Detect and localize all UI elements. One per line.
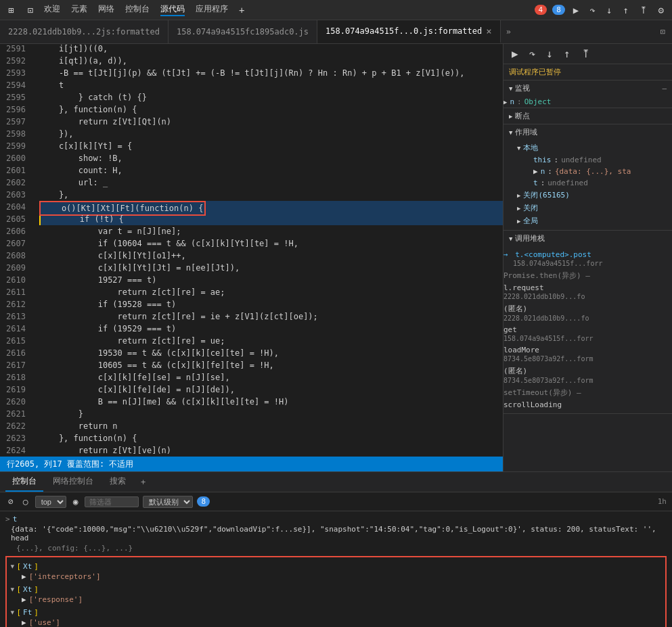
scope-val-t: undefined (547, 179, 588, 187)
global-triangle: ▶ (517, 218, 520, 225)
step-over-icon[interactable]: ↷ (587, 3, 598, 17)
code-scroll[interactable]: 2586258725882589259025912592259325942595… (0, 44, 503, 457)
line-number-2613: 2613 (0, 310, 26, 323)
call-stack-header[interactable]: ▼ 调用堆栈 (503, 231, 672, 246)
tree-xt-1-header[interactable]: ▶ [Xt] (11, 561, 661, 572)
menu-sources[interactable]: 源代码 (160, 3, 185, 16)
tab-console-label: 控制台 (12, 475, 37, 487)
tab-search[interactable]: 搜索 (103, 472, 133, 492)
breakpoints-header[interactable]: ▶ 断点 (503, 108, 672, 124)
window-icon-2[interactable]: ⊡ (24, 3, 35, 17)
right-panel: ▶ ↷ ↓ ↑ ⤒ 调试程序已暂停 ▼ 监视 — (503, 44, 672, 471)
menu-application[interactable]: 应用程序 (196, 3, 228, 16)
console-eye-icon[interactable]: ◉ (70, 495, 81, 508)
tree-item-xt-2[interactable]: ▶ [Xt] ▶ ['response'] (11, 583, 661, 606)
interceptors-item[interactable]: ▶ ['interceptors'] (22, 572, 661, 582)
closure-1-header[interactable]: ▶ 关闭(65165) (517, 189, 667, 202)
line-number-2598: 2598 (0, 128, 26, 140)
xt-1-triangle[interactable]: ▶ (9, 565, 16, 568)
console-filter-circle[interactable]: ○ (20, 495, 31, 508)
line-number-2620: 2620 (0, 396, 26, 408)
call-stack-item-8[interactable]: scrollLoading (503, 399, 672, 411)
console-filter-input[interactable] (85, 496, 139, 507)
scope-n[interactable]: ▶ n : {data: {...}, sta (528, 166, 667, 177)
tab-action-icon[interactable]: ⊡ (654, 27, 672, 37)
line-number-2619: 2619 (0, 384, 26, 396)
breakpoints-triangle: ▶ (509, 113, 512, 120)
ft-children: ▶ ['use'] (11, 618, 661, 627)
menu-welcome[interactable]: 欢迎 (44, 3, 60, 16)
line-number-2617: 2617 (0, 359, 26, 371)
scope-this: this : undefined (528, 154, 667, 166)
global-header[interactable]: ▶ 全局 (517, 214, 667, 227)
call-stack-async-2: setTimeout(异步) — (503, 386, 672, 399)
main-area: 2586258725882589259025912592259325942595… (0, 44, 672, 471)
response-triangle[interactable]: ▶ (22, 595, 26, 604)
use-item[interactable]: ▶ ['use'] (22, 618, 661, 627)
watch-add-icon[interactable]: — (662, 84, 667, 93)
tab-file-3[interactable]: 158.074a9a4515f...0.js:formatted × (317, 20, 501, 43)
use-triangle[interactable]: ▶ (22, 618, 26, 627)
interceptors-triangle[interactable]: ▶ (22, 572, 26, 581)
closure-2-header[interactable]: ▶ 关闭 (517, 202, 667, 214)
step-into-btn[interactable]: ↓ (543, 46, 556, 62)
resume-icon[interactable]: ▶ (570, 3, 581, 17)
step-icon[interactable]: ⤒ (637, 3, 650, 17)
menu-elements[interactable]: 元素 (71, 3, 87, 16)
call-stack-item-2[interactable]: l.request 2228.021ddb10b9...fo (503, 282, 672, 302)
tab-overflow-icon[interactable]: » (501, 27, 516, 37)
tab-close-icon[interactable]: × (486, 26, 491, 37)
tree-xt-2-header[interactable]: ▶ [Xt] (11, 584, 661, 595)
console-output[interactable]: > t {data: '{"code":10000,"msg":"\\u6210… (0, 511, 672, 627)
console-red-box: ▶ [Xt] ▶ ['interceptors'] ▶ [Xt] (5, 556, 667, 627)
tree-ft-header[interactable]: ▶ [Ft] (11, 607, 661, 618)
tree-item-xt-1[interactable]: ▶ [Xt] ▶ ['interceptors'] (11, 560, 661, 583)
call-stack-item-3[interactable]: (匿名) 2228.021ddb10b9....fo (503, 302, 672, 324)
step-over-btn[interactable]: ↷ (527, 46, 539, 62)
tab-console[interactable]: 控制台 (5, 472, 43, 492)
ft-triangle[interactable]: ▶ (9, 611, 16, 614)
resume-btn[interactable]: ▶ (509, 46, 521, 62)
menu-network[interactable]: 网络 (98, 3, 114, 16)
xt-2-triangle[interactable]: ▶ (9, 588, 16, 591)
call-stack-item-5[interactable]: loadMore 8734.5e8073a92f...form (503, 344, 672, 365)
settings-icon[interactable]: ⚙ (656, 3, 667, 17)
closure-1-title: 关闭(65165) (523, 190, 569, 200)
right-scroll[interactable]: 调试程序已暂停 ▼ 监视 — ▶ n : Object (503, 64, 672, 471)
step-out-btn[interactable]: ↑ (561, 46, 573, 62)
xt-1-children: ▶ ['interceptors'] (11, 572, 661, 582)
console-data-output: {data: '{"code":10000,"msg":"\\u6210\\u5… (11, 525, 667, 542)
line-number-2607: 2607 (0, 237, 26, 250)
watch-item-n[interactable]: ▶ n : Object (503, 96, 672, 108)
line-number-2618: 2618 (0, 371, 26, 384)
watch-triangle: ▼ (509, 85, 512, 92)
scope-local-header[interactable]: ▼ 本地 (517, 141, 667, 154)
code-line-2598: }), (39, 128, 503, 140)
step-into-icon[interactable]: ↓ (604, 3, 614, 17)
call-stack-item-6[interactable]: (匿名) 8734.5e8073a92f...form (503, 365, 672, 386)
console-context-select[interactable]: top (35, 496, 66, 508)
tab-file-1[interactable]: 2228.021ddb10b9...2js:formatted (0, 20, 169, 43)
tab-network-console[interactable]: 网络控制台 (46, 472, 100, 492)
line-number-2592: 2592 (0, 55, 26, 67)
scope-title: 作用域 (515, 127, 537, 137)
add-console-tab[interactable]: + (135, 478, 151, 487)
window-icon-1[interactable]: ⊞ (5, 3, 16, 17)
scope-header[interactable]: ▼ 作用域 (503, 124, 672, 140)
response-item[interactable]: ▶ ['response'] (22, 595, 661, 605)
console-level-select[interactable]: 默认级别 (143, 496, 193, 508)
tree-item-ft[interactable]: ▶ [Ft] ▶ ['use'] (11, 606, 661, 627)
step-out-icon[interactable]: ↑ (620, 3, 631, 17)
menu-console[interactable]: 控制台 (125, 3, 150, 16)
console-clear-icon[interactable]: ⊘ (5, 495, 16, 508)
ft-bracket-open: [ (16, 608, 21, 617)
code-line-2607: if (10604 === t && (c[x][k][Yt][te] = !H… (39, 237, 503, 250)
step-btn[interactable]: ⤒ (579, 46, 593, 62)
call-stack-item-4[interactable]: get 158.074a9a4515f...forr (503, 324, 672, 344)
call-label-3: (匿名) (503, 304, 527, 313)
tab-file-2[interactable]: 158.074a9a4515fc1895adc0.js (169, 20, 317, 43)
watch-header[interactable]: ▼ 监视 — (503, 80, 672, 96)
call-stack-item-0[interactable]: → t.<computed>.post 158.074a9a4515f...fo… (503, 249, 672, 269)
add-panel-icon[interactable]: + (236, 3, 247, 17)
scope-triangle: ▼ (509, 129, 512, 136)
